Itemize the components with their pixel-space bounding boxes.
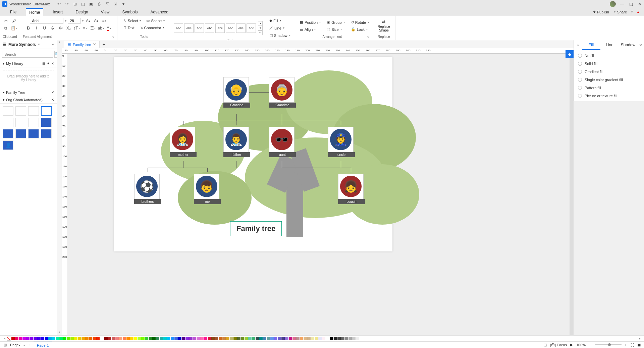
- symbol-search-input[interactable]: [2, 51, 53, 58]
- color-swatch[interactable]: [296, 337, 300, 340]
- styles-up-icon[interactable]: ▴: [258, 21, 263, 26]
- menu-file[interactable]: File: [7, 8, 20, 16]
- underline-icon[interactable]: U: [41, 25, 48, 32]
- color-swatch[interactable]: [345, 337, 348, 340]
- orgchart-expander-icon[interactable]: ▾: [3, 98, 5, 102]
- canvas[interactable]: 👴Grandpa 👵Grandma 👩‍⚕️mother 👨‍⚕️father …: [67, 54, 570, 335]
- close-lib-icon[interactable]: ✕: [51, 62, 54, 65]
- colorbar-prev-icon[interactable]: ◂: [2, 337, 7, 340]
- color-swatch[interactable]: [322, 337, 325, 340]
- print-icon[interactable]: ⎙: [97, 2, 102, 6]
- library-dropzone[interactable]: Drag symbols here to add to My Library: [3, 70, 54, 86]
- color-swatch[interactable]: [171, 337, 174, 340]
- color-swatch[interactable]: [104, 337, 108, 340]
- size-button[interactable]: ⬚Size▾: [325, 26, 347, 33]
- user-avatar[interactable]: [610, 1, 616, 7]
- close-panel-icon[interactable]: ✕: [637, 43, 644, 48]
- node-cousin[interactable]: 👧cousin: [338, 174, 365, 204]
- color-swatch[interactable]: [352, 337, 356, 340]
- family-tree-expander-icon[interactable]: ▸: [3, 90, 5, 95]
- color-swatch[interactable]: [37, 337, 41, 340]
- lock-button[interactable]: 🔒Lock▾: [349, 26, 371, 33]
- fullscreen-icon[interactable]: ▣: [637, 343, 641, 347]
- page-select[interactable]: Page-1 ▾: [10, 343, 25, 347]
- font-name-dd-icon[interactable]: ▾: [65, 19, 66, 22]
- minimize-icon[interactable]: —: [620, 2, 625, 6]
- color-swatch[interactable]: [304, 337, 307, 340]
- shadow-button[interactable]: ◫Shadow▾: [267, 32, 292, 39]
- color-swatch[interactable]: [138, 337, 141, 340]
- color-swatch[interactable]: [193, 337, 196, 340]
- color-swatch[interactable]: [337, 337, 341, 340]
- color-swatch[interactable]: [145, 337, 148, 340]
- subscript-icon[interactable]: X₂: [65, 25, 72, 32]
- fill-option-solid[interactable]: Solid fill: [578, 62, 640, 66]
- color-swatch[interactable]: [115, 337, 119, 340]
- fill-button[interactable]: ◆Fill▾: [267, 17, 292, 24]
- zoom-value[interactable]: 100%: [576, 343, 586, 347]
- color-swatch[interactable]: [152, 337, 156, 340]
- color-swatch[interactable]: [267, 337, 270, 340]
- shrink-font-icon[interactable]: A▾: [93, 17, 100, 24]
- color-swatch[interactable]: [263, 337, 266, 340]
- color-swatch[interactable]: [174, 337, 178, 340]
- color-swatch[interactable]: [300, 337, 303, 340]
- color-swatch[interactable]: [219, 337, 222, 340]
- my-library-expander-icon[interactable]: ▾: [3, 61, 5, 66]
- color-swatch[interactable]: [93, 337, 96, 340]
- close-icon[interactable]: ✕: [637, 2, 642, 6]
- color-swatch[interactable]: [189, 337, 193, 340]
- select-button[interactable]: ↖Select▾: [121, 17, 143, 24]
- arrange-dialog-launcher-icon[interactable]: ↘: [367, 35, 369, 39]
- text-button[interactable]: TText: [122, 25, 137, 31]
- color-swatch[interactable]: [215, 337, 218, 340]
- menu-home[interactable]: Home: [26, 8, 43, 16]
- color-swatch[interactable]: [141, 337, 145, 340]
- font-size-dd-icon[interactable]: ▾: [82, 19, 84, 22]
- color-swatch[interactable]: [22, 337, 26, 340]
- color-swatch[interactable]: [52, 337, 55, 340]
- align-button[interactable]: ☰Align▾: [298, 26, 323, 33]
- color-swatch[interactable]: [156, 337, 159, 340]
- color-swatch[interactable]: [222, 337, 226, 340]
- color-swatch[interactable]: [274, 337, 277, 340]
- color-swatch[interactable]: [74, 337, 77, 340]
- color-swatch[interactable]: [200, 337, 204, 340]
- color-swatch[interactable]: [63, 337, 66, 340]
- shape-thumb[interactable]: [3, 106, 13, 116]
- style-preset[interactable]: Abc: [174, 23, 183, 33]
- color-swatch[interactable]: [30, 337, 33, 340]
- node-grandma[interactable]: 👵Grandma: [269, 77, 296, 108]
- scroll-down-icon[interactable]: ▾: [57, 331, 62, 335]
- share-button[interactable]: ⚬Share: [613, 10, 627, 14]
- panel-scroll[interactable]: ▴ ▾: [57, 40, 62, 335]
- color-swatch[interactable]: [70, 337, 74, 340]
- font-color-icon[interactable]: A▾: [106, 25, 112, 32]
- shape-button[interactable]: ▭Shape▾: [144, 17, 167, 24]
- color-swatch[interactable]: [281, 337, 285, 340]
- color-swatch[interactable]: [160, 337, 163, 340]
- node-uncle[interactable]: 👮uncle: [328, 127, 355, 157]
- style-preset[interactable]: Abc: [247, 23, 256, 33]
- shape-thumb[interactable]: [28, 106, 39, 116]
- align-left-icon[interactable]: ≡▾: [101, 17, 108, 24]
- menu-insert[interactable]: Insert: [49, 8, 66, 16]
- color-swatch[interactable]: [82, 337, 85, 340]
- color-swatch[interactable]: [134, 337, 137, 340]
- color-swatch[interactable]: [341, 337, 344, 340]
- save-icon[interactable]: ▣: [89, 2, 94, 6]
- color-swatch[interactable]: [226, 337, 229, 340]
- color-swatch[interactable]: [211, 337, 215, 340]
- presentation-icon[interactable]: ▶: [570, 343, 573, 347]
- close-orgchart-icon[interactable]: ✕: [51, 98, 54, 102]
- document-tab[interactable]: ▤ Family tree ✕: [64, 41, 100, 48]
- node-father[interactable]: 👨‍⚕️father: [223, 127, 250, 157]
- line-button[interactable]: ／Line▾: [267, 24, 292, 32]
- replace-shape-button[interactable]: ⇄ Replace Shape: [378, 19, 390, 32]
- page-tab[interactable]: Page-1: [34, 342, 52, 348]
- collapse-panel-icon[interactable]: «: [52, 43, 54, 46]
- color-swatch[interactable]: [45, 337, 48, 340]
- color-swatch[interactable]: [241, 337, 244, 340]
- family-tree-lib-label[interactable]: Family Tree: [6, 91, 25, 95]
- publish-button[interactable]: ✈Publish: [593, 10, 609, 14]
